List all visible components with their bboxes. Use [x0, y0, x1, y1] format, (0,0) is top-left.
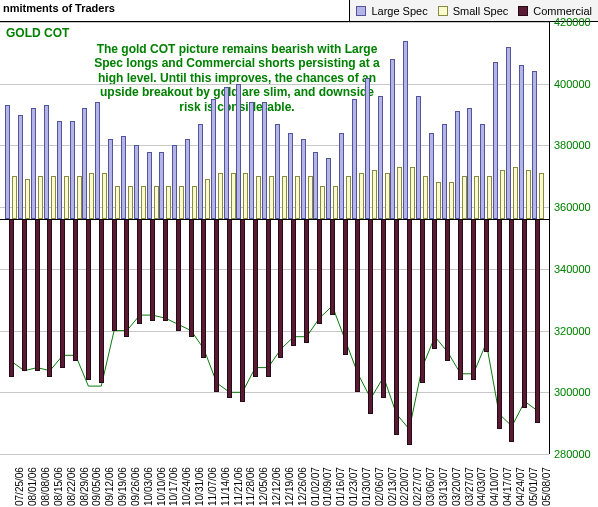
bar-small [526, 170, 531, 219]
bar-small [115, 186, 120, 220]
x-tick-label: 03/27/07 [464, 467, 475, 506]
bar-large [249, 102, 254, 219]
legend-item-commercial: Commercial [518, 5, 592, 17]
gridline [0, 269, 549, 270]
bar-large [378, 96, 383, 219]
bar-comm [240, 219, 245, 401]
bar-small [269, 176, 274, 219]
plot-area [0, 22, 550, 454]
bar-large [365, 78, 370, 220]
bar-large [480, 124, 485, 220]
bar-large [455, 111, 460, 219]
bar-large [82, 108, 87, 219]
bar-large [275, 124, 280, 220]
bar-comm [343, 219, 348, 355]
x-tick-label: 04/10/07 [489, 467, 500, 506]
bar-large [301, 139, 306, 219]
bar-comm [330, 219, 335, 315]
bar-large [211, 99, 216, 219]
bar-comm [73, 219, 78, 361]
bar-comm [176, 219, 181, 330]
bar-large [18, 115, 23, 220]
bar-small [346, 176, 351, 219]
bar-small [141, 186, 146, 220]
chart-root: nmitments of Traders Large Spec Small Sp… [0, 0, 598, 507]
x-tick-label: 03/13/07 [438, 467, 449, 506]
bar-large [236, 84, 241, 220]
x-tick-label: 11/28/06 [245, 467, 256, 506]
x-tick-label: 08/08/06 [40, 467, 51, 506]
bar-small [231, 173, 236, 219]
bar-large [467, 108, 472, 219]
bar-comm [47, 219, 52, 376]
bar-comm [304, 219, 309, 342]
bar-large [172, 145, 177, 219]
bar-large [506, 47, 511, 220]
bar-small [487, 176, 492, 219]
bar-small [51, 176, 56, 219]
bar-small [449, 182, 454, 219]
bar-large [390, 59, 395, 219]
y-tick-label: 400000 [554, 78, 591, 90]
bar-comm [407, 219, 412, 444]
y-tick-label: 380000 [554, 139, 591, 151]
y-tick-label: 360000 [554, 201, 591, 213]
legend-label-small: Small Spec [453, 5, 509, 17]
x-tick-label: 02/27/07 [412, 467, 423, 506]
bar-comm [278, 219, 283, 358]
y-tick-label: 300000 [554, 386, 591, 398]
bar-small [462, 176, 467, 219]
y-tick-label: 320000 [554, 325, 591, 337]
bar-large [57, 121, 62, 220]
bar-small [308, 176, 313, 219]
bar-large [108, 139, 113, 219]
top-bar: nmitments of Traders Large Spec Small Sp… [0, 0, 598, 22]
x-tick-label: 09/19/06 [117, 467, 128, 506]
x-tick-label: 10/17/06 [168, 467, 179, 506]
x-tick-label: 08/29/06 [79, 467, 90, 506]
x-tick-label: 01/23/07 [348, 467, 359, 506]
bar-small [320, 186, 325, 220]
bar-large [95, 102, 100, 219]
x-tick-label: 12/19/06 [284, 467, 295, 506]
bar-small [89, 173, 94, 219]
swatch-small-icon [438, 6, 448, 16]
bar-comm [445, 219, 450, 361]
bar-comm [163, 219, 168, 321]
bar-small [179, 186, 184, 220]
x-tick-label: 12/12/06 [271, 467, 282, 506]
y-axis: 2800003000003200003400003600003800004000… [550, 22, 598, 454]
y-tick-label: 340000 [554, 263, 591, 275]
bar-large [147, 152, 152, 220]
bar-small [12, 176, 17, 219]
bar-small [474, 176, 479, 219]
x-tick-label: 01/16/07 [335, 467, 346, 506]
bar-comm [420, 219, 425, 383]
bar-small [500, 170, 505, 219]
bar-small [25, 179, 30, 219]
x-tick-label: 11/07/06 [207, 467, 218, 506]
bar-comm [99, 219, 104, 383]
bar-comm [368, 219, 373, 413]
x-tick-label: 03/20/07 [451, 467, 462, 506]
bar-small [64, 176, 69, 219]
bar-small [385, 173, 390, 219]
gridline [0, 22, 549, 23]
x-tick-label: 02/06/07 [374, 467, 385, 506]
bar-small [205, 179, 210, 219]
bar-large [134, 145, 139, 219]
x-tick-label: 10/24/06 [181, 467, 192, 506]
bar-large [198, 124, 203, 220]
bar-comm [22, 219, 27, 370]
y-tick-label: 420000 [554, 16, 591, 28]
bar-comm [201, 219, 206, 358]
bar-large [313, 152, 318, 220]
bar-comm [137, 219, 142, 324]
x-tick-label: 07/25/06 [14, 467, 25, 506]
x-tick-label: 03/06/07 [425, 467, 436, 506]
bar-large [224, 87, 229, 220]
bar-comm [509, 219, 514, 441]
bar-comm [291, 219, 296, 346]
bar-large [185, 139, 190, 219]
bar-small [282, 176, 287, 219]
